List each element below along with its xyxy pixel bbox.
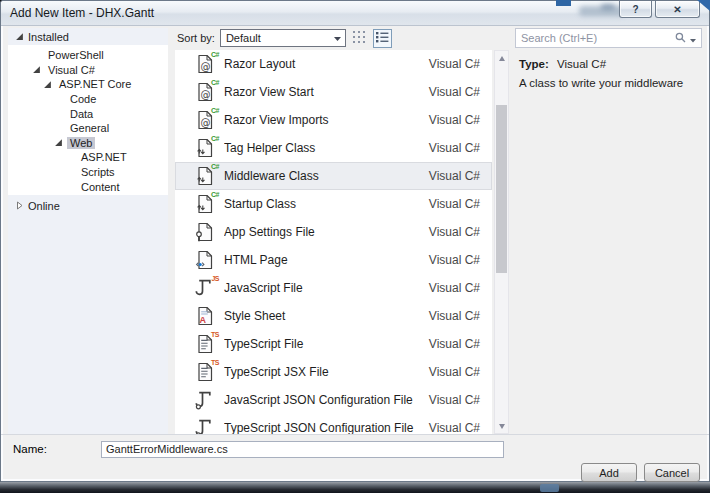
sidebar-filler — [8, 214, 168, 434]
expanded-arrow-icon — [54, 138, 67, 147]
background-window-highlight — [540, 484, 559, 492]
add-button[interactable]: Add — [581, 463, 637, 482]
template-list-panel: Sort by: Default — [175, 28, 509, 434]
sort-toolbar: Sort by: Default — [175, 28, 509, 48]
scroll-down-icon — [499, 424, 505, 429]
svg-text:A: A — [199, 315, 206, 325]
grid-view-icon — [353, 31, 365, 45]
item-type: Visual C# — [429, 113, 480, 127]
help-icon: ? — [632, 4, 638, 15]
search-box[interactable] — [515, 28, 702, 48]
svg-text:@: @ — [200, 89, 210, 100]
item-type: Visual C# — [429, 197, 480, 211]
scroll-up-button[interactable] — [495, 51, 508, 65]
badge-js: JS — [211, 275, 219, 282]
badge-cs: C# — [211, 191, 219, 198]
sidebar-item-installed[interactable]: Installed — [8, 28, 168, 45]
button-row: Add Cancel — [13, 459, 701, 482]
item-name: App Settings File — [224, 225, 429, 239]
app-settings-icon — [195, 221, 215, 243]
badge-cs: C# — [211, 107, 219, 114]
scrollbar-track[interactable] — [495, 65, 508, 419]
item-type: Visual C# — [429, 309, 480, 323]
tree-item-label: Visual C# — [45, 64, 98, 76]
badge-cs: C# — [211, 135, 219, 142]
javascript-file-icon: JS — [195, 277, 215, 299]
item-type-row: Type: Visual C# — [519, 58, 700, 70]
name-input[interactable] — [101, 441, 504, 458]
sidebar-online-label: Online — [28, 200, 60, 212]
list-item-app-settings-file[interactable]: App Settings FileVisual C# — [175, 218, 492, 246]
list-item-style-sheet[interactable]: AStyle SheetVisual C# — [175, 302, 492, 330]
tree-item-label: Code — [67, 93, 99, 105]
list-scrollbar[interactable] — [494, 50, 509, 434]
sort-by-value: Default — [226, 32, 261, 44]
sidebar-item-general[interactable]: General — [8, 121, 168, 136]
sidebar-item-content[interactable]: Content — [8, 179, 168, 194]
installed-tree: PowerShellVisual C#ASP.NET CoreCodeDataG… — [8, 45, 168, 195]
close-button[interactable]: ✕ — [655, 1, 700, 18]
scroll-down-button[interactable] — [495, 419, 508, 433]
list-item-typescript-file[interactable]: TSTypeScript FileVisual C# — [175, 330, 492, 358]
list-item-razor-layout[interactable]: @C#Razor LayoutVisual C# — [175, 50, 492, 78]
svg-text:@: @ — [200, 61, 210, 72]
list-item-javascript-file[interactable]: JSJavaScript FileVisual C# — [175, 274, 492, 302]
typescript-file-icon: TS — [195, 333, 215, 355]
sidebar-item-code[interactable]: Code — [8, 92, 168, 107]
item-type: Visual C# — [429, 141, 480, 155]
list-view-button[interactable] — [373, 29, 392, 48]
item-type: Visual C# — [429, 57, 480, 71]
dialog-title: Add New Item - DHX.Gantt — [10, 6, 154, 20]
chevron-down-icon — [334, 32, 341, 44]
search-box-icons — [675, 29, 696, 47]
list-item-html-page[interactable]: HTML PageVisual C# — [175, 246, 492, 274]
list-item-tag-helper-class[interactable]: C#Tag Helper ClassVisual C# — [175, 134, 492, 162]
html-page-icon — [195, 249, 215, 271]
sidebar-item-asp-net-core[interactable]: ASP.NET Core — [8, 77, 168, 92]
list-item-middleware-class[interactable]: C#Middleware ClassVisual C# — [175, 162, 492, 190]
list-item-typescript-jsx-file[interactable]: TSTypeScript JSX FileVisual C# — [175, 358, 492, 386]
sort-by-label: Sort by: — [177, 32, 215, 44]
sidebar-item-online[interactable]: Online — [8, 197, 168, 214]
chevron-down-icon[interactable] — [690, 29, 696, 47]
item-name: TypeScript JSX File — [224, 365, 429, 379]
item-name: HTML Page — [224, 253, 429, 267]
background-window-edge — [556, 0, 571, 6]
small-icons-view-button[interactable] — [350, 29, 369, 48]
sidebar-item-web[interactable]: Web — [8, 136, 168, 151]
tree-item-label: General — [67, 122, 112, 134]
help-button[interactable]: ? — [619, 1, 652, 18]
tree-item-label: Web — [67, 137, 95, 149]
sidebar-item-data[interactable]: Data — [8, 106, 168, 121]
list-item-typescript-json-configuration-file[interactable]: TypeScript JSON Configuration FileVisual… — [175, 414, 492, 434]
dialog-titlebar[interactable]: Add New Item - DHX.Gantt ? ✕ — [1, 1, 709, 26]
list-item-razor-view-start[interactable]: @C#Razor View StartVisual C# — [175, 78, 492, 106]
sidebar-item-visual-c[interactable]: Visual C# — [8, 63, 168, 78]
add-new-item-dialog: Add New Item - DHX.Gantt ? ✕ — [0, 0, 710, 482]
sidebar-item-scripts[interactable]: Scripts — [8, 165, 168, 180]
razor-file-icon: @C# — [195, 53, 215, 75]
expanded-arrow-icon — [43, 80, 56, 89]
search-input[interactable] — [521, 32, 675, 44]
item-type: Visual C# — [429, 225, 480, 239]
cancel-button[interactable]: Cancel — [644, 463, 700, 482]
badge-cs: C# — [211, 51, 219, 58]
sidebar-item-powershell[interactable]: PowerShell — [8, 48, 168, 63]
item-type: Visual C# — [429, 253, 480, 267]
sidebar-item-asp-net[interactable]: ASP.NET — [8, 150, 168, 165]
close-icon: ✕ — [673, 4, 681, 15]
tree-item-label: PowerShell — [45, 49, 107, 61]
tree-item-label: Data — [67, 108, 96, 120]
list-item-startup-class[interactable]: C#Startup ClassVisual C# — [175, 190, 492, 218]
dialog-footer: Name: Add Cancel — [1, 434, 709, 482]
details-panel: Type: Visual C# A class to write your mi… — [515, 28, 702, 434]
sort-by-dropdown[interactable]: Default — [220, 29, 346, 47]
item-name: Razor Layout — [224, 57, 429, 71]
stylesheet-icon: A — [195, 305, 215, 327]
item-name: Startup Class — [224, 197, 429, 211]
scrollbar-thumb[interactable] — [496, 105, 507, 273]
search-icon[interactable] — [675, 29, 686, 47]
list-item-razor-view-imports[interactable]: @C#Razor View ImportsVisual C# — [175, 106, 492, 134]
list-item-javascript-json-configuration-file[interactable]: JavaScript JSON Configuration FileVisual… — [175, 386, 492, 414]
badge-cs: C# — [211, 163, 219, 170]
